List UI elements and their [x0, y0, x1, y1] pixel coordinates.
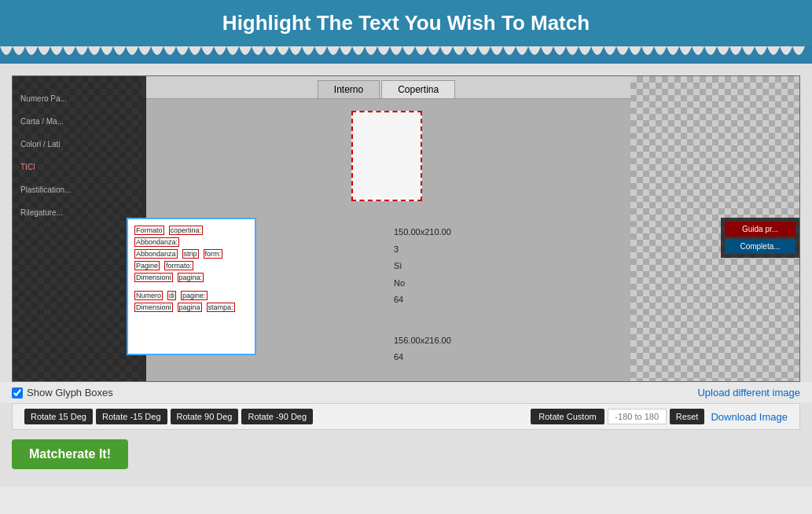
book-preview — [351, 111, 422, 201]
tab-interno[interactable]: Interno — [318, 80, 380, 98]
image-canvas: Interno Copertina 150.00x210.00 3 Sì No … — [12, 75, 800, 382]
highlight-spacer — [134, 285, 248, 291]
hl-word: Pagine — [134, 261, 160, 270]
panel-item-4: TICI — [17, 149, 142, 171]
hl-word: pagine: — [181, 291, 208, 300]
guida-button[interactable]: Guida pr... — [725, 222, 795, 237]
hl-word: copertina: — [169, 226, 204, 235]
page-title: Highlight The Text You Wish To Match — [16, 11, 796, 35]
show-glyph-label: Show Glyph Boxes — [27, 387, 113, 398]
highlight-line-2: Abbondanza: — [134, 237, 248, 247]
hl-word: Numero — [134, 291, 163, 300]
hl-word: Dimensioni — [134, 303, 173, 312]
upload-different-image-link[interactable]: Upload different image — [697, 387, 800, 398]
hl-word: pagina: — [178, 273, 204, 282]
hl-word: formato: — [164, 261, 193, 270]
hl-word: form: — [204, 249, 223, 259]
hl-word: Abbondanza: — [134, 237, 179, 247]
rotate-15-button[interactable]: Rotate 15 Deg — [24, 409, 93, 424]
hl-word: di — [167, 291, 176, 300]
highlight-line-3: Abbondanza strip form: — [134, 249, 248, 259]
download-image-link[interactable]: Download Image — [711, 411, 788, 423]
panel-item-3: Colori / Lati — [17, 126, 142, 149]
rotate-toolbar: Rotate 15 Deg Rotate -15 Deg Rotate 90 D… — [12, 403, 800, 430]
highlight-line-5: Dimensioni pagina: — [134, 273, 248, 282]
panel-item-1: Numero Pa... — [17, 80, 142, 103]
hl-word: Abbondanza — [134, 249, 178, 259]
hl-word: Dimensioni — [134, 273, 173, 282]
highlight-line-1: Formato copertina: — [134, 226, 248, 235]
degree-input[interactable] — [608, 409, 667, 424]
data-value-2: 3 — [394, 243, 451, 257]
tab-copertina[interactable]: Copertina — [381, 80, 455, 98]
image-tabs: Interno Copertina — [142, 76, 630, 99]
data-spacer — [394, 310, 451, 325]
wave-decoration — [0, 46, 812, 64]
rotate-neg15-button[interactable]: Rotate -15 Deg — [96, 409, 167, 424]
reset-button[interactable]: Reset — [670, 409, 705, 424]
data-value-5: 64 — [394, 293, 451, 307]
data-value-3: Sì — [394, 259, 451, 274]
panel-item-6: Rilegature... — [17, 194, 142, 217]
highlight-line-7: Numero di pagine: — [134, 291, 248, 300]
panel-item-5: Plastification... — [17, 171, 142, 194]
completa-button[interactable]: Completa... — [725, 239, 795, 254]
highlight-line-4: Pagine formato: — [134, 261, 248, 270]
main-content: Interno Copertina 150.00x210.00 3 Sì No … — [0, 64, 812, 486]
hl-word: Formato — [134, 226, 164, 235]
dark-right-panel: Guida pr... Completa... — [721, 218, 799, 258]
matcherate-button[interactable]: Matcherate It! — [12, 439, 128, 469]
data-value-8: 64 — [394, 351, 451, 365]
page-header: Highlight The Text You Wish To Match — [0, 0, 812, 46]
hl-word: strip — [182, 249, 199, 259]
toolbar-left: Show Glyph Boxes — [12, 387, 113, 398]
data-value-7: 156.00x216.00 — [394, 334, 451, 348]
book-preview-area — [142, 99, 630, 213]
image-toolbar: Show Glyph Boxes Upload different image — [0, 382, 812, 403]
hl-word: pagina — [178, 303, 202, 312]
matcherate-wrapper: Matcherate It! — [0, 430, 812, 479]
rotate-90-button[interactable]: Rotate 90 Deg — [171, 409, 239, 424]
highlight-line-8: Dimensioni pagina stampa: — [134, 303, 248, 312]
data-value-1: 150.00x210.00 — [394, 226, 451, 240]
highlight-overlay-box[interactable]: Formato copertina: Abbondanza: Abbondanz… — [127, 218, 256, 355]
rotate-neg90-button[interactable]: Rotate -90 Deg — [241, 409, 313, 424]
show-glyph-control[interactable]: Show Glyph Boxes — [12, 387, 113, 398]
right-data-panel: 150.00x210.00 3 Sì No 64 156.00x216.00 6… — [394, 226, 451, 368]
show-glyph-checkbox[interactable] — [12, 387, 23, 398]
panel-item-2: Carta / Ma... — [17, 103, 142, 126]
hl-word: stampa: — [207, 303, 235, 312]
data-value-4: No — [394, 277, 451, 291]
rotate-custom-button[interactable]: Rotate Custom — [531, 409, 604, 424]
